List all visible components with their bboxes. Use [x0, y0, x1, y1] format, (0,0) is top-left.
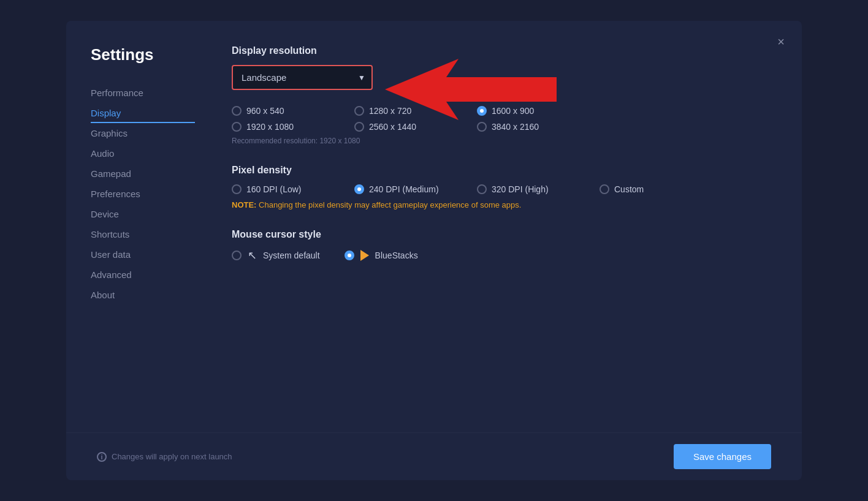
main-content: Display resolution Landscape Portrait ▼	[213, 21, 802, 432]
sidebar: Settings Performance Display Graphics Au…	[66, 21, 213, 432]
resolution-dropdown-wrapper: Landscape Portrait ▼	[232, 65, 373, 90]
radio-1920	[232, 122, 242, 132]
radio-160dpi	[232, 184, 242, 194]
sidebar-item-preferences[interactable]: Preferences	[91, 184, 195, 204]
resolution-option-1600[interactable]: 1600 x 900	[477, 106, 600, 116]
radio-1280	[354, 106, 364, 116]
bluestacks-cursor-icon	[360, 250, 369, 261]
resolution-option-2560[interactable]: 2560 x 1440	[354, 122, 477, 132]
sidebar-nav: Performance Display Graphics Audio Gamep…	[91, 83, 195, 305]
mouse-cursor-title: Mouse cursor style	[232, 229, 771, 240]
pixel-density-options: 160 DPI (Low) 240 DPI (Medium) 320 DPI (…	[232, 184, 771, 194]
recommended-resolution-text: Recommended resolution: 1920 x 1080	[232, 137, 771, 145]
dpi-option-custom[interactable]: Custom	[600, 184, 722, 194]
radio-240dpi	[354, 184, 364, 194]
radio-2560	[354, 122, 364, 132]
dpi-option-320[interactable]: 320 DPI (High)	[477, 184, 600, 194]
settings-modal: × Settings Performance Display Graphics …	[66, 21, 802, 480]
sidebar-item-graphics[interactable]: Graphics	[91, 123, 195, 143]
radio-1600	[477, 106, 487, 116]
modal-footer: i Changes will apply on next launch Save…	[66, 432, 802, 480]
display-resolution-title: Display resolution	[232, 45, 771, 56]
radio-custom-dpi	[600, 184, 609, 194]
display-resolution-section: Display resolution Landscape Portrait ▼	[232, 45, 771, 145]
sidebar-item-user-data[interactable]: User data	[91, 244, 195, 265]
cursor-option-system[interactable]: ↖ System default	[232, 249, 320, 262]
cursor-option-bluestacks[interactable]: BlueStacks	[345, 250, 418, 261]
radio-system-cursor	[232, 250, 242, 260]
resolution-option-1920[interactable]: 1920 x 1080	[232, 122, 354, 132]
sidebar-item-performance[interactable]: Performance	[91, 83, 195, 103]
pixel-density-note: NOTE: Changing the pixel density may aff…	[232, 200, 771, 209]
dpi-option-160[interactable]: 160 DPI (Low)	[232, 184, 354, 194]
system-cursor-icon: ↖	[248, 249, 257, 262]
radio-3840	[477, 122, 487, 132]
save-changes-button[interactable]: Save changes	[674, 444, 771, 469]
sidebar-item-display[interactable]: Display	[91, 103, 195, 123]
info-icon: i	[97, 452, 107, 462]
resolution-option-960[interactable]: 960 x 540	[232, 106, 354, 116]
pixel-density-section: Pixel density 160 DPI (Low) 240 DPI (Med…	[232, 165, 771, 209]
sidebar-item-advanced[interactable]: Advanced	[91, 265, 195, 285]
resolution-grid: 960 x 540 1280 x 720 1600 x 900 1920 x 1…	[232, 106, 771, 132]
radio-960	[232, 106, 242, 116]
resolution-option-1280[interactable]: 1280 x 720	[354, 106, 477, 116]
orientation-dropdown[interactable]: Landscape Portrait	[232, 65, 373, 90]
sidebar-item-shortcuts[interactable]: Shortcuts	[91, 224, 195, 244]
sidebar-item-device[interactable]: Device	[91, 204, 195, 224]
modal-body: Settings Performance Display Graphics Au…	[66, 21, 802, 432]
pixel-density-title: Pixel density	[232, 165, 771, 176]
radio-bluestacks-cursor	[345, 250, 354, 260]
mouse-cursor-section: Mouse cursor style ↖ System default Blue…	[232, 229, 771, 262]
orientation-dropdown-container: Landscape Portrait ▼	[232, 65, 373, 90]
settings-title: Settings	[91, 45, 195, 64]
radio-320dpi	[477, 184, 487, 194]
close-button[interactable]: ×	[772, 33, 790, 50]
sidebar-item-about[interactable]: About	[91, 285, 195, 305]
cursor-style-options: ↖ System default BlueStacks	[232, 249, 771, 262]
resolution-option-3840[interactable]: 3840 x 2160	[477, 122, 600, 132]
footer-note-text: Changes will apply on next launch	[112, 452, 232, 461]
footer-note: i Changes will apply on next launch	[97, 452, 232, 462]
sidebar-item-gamepad[interactable]: Gamepad	[91, 164, 195, 184]
dpi-option-240[interactable]: 240 DPI (Medium)	[354, 184, 477, 194]
sidebar-item-audio[interactable]: Audio	[91, 143, 195, 164]
